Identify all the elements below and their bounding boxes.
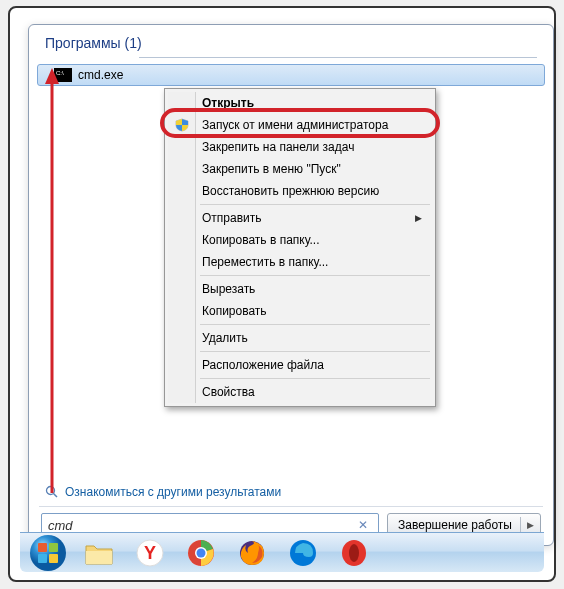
svg-text:C:\: C:\ [56,70,64,76]
taskbar-edge[interactable] [279,536,327,570]
taskbar-chrome[interactable] [177,536,225,570]
clear-search-button[interactable]: ✕ [354,518,372,532]
taskbar-explorer[interactable] [75,536,123,570]
svg-point-3 [47,487,55,495]
taskbar-firefox[interactable] [228,536,276,570]
menu-item-pin-taskbar[interactable]: Закрепить на панели задач [168,136,432,158]
shutdown-label: Завершение работы [398,518,512,532]
context-menu: Открыть Запуск от имени администратора З… [164,88,436,407]
svg-point-18 [197,548,206,557]
svg-point-22 [349,544,359,562]
menu-item-copy[interactable]: Копировать [168,300,432,322]
menu-separator [200,324,430,325]
menu-separator [200,204,430,205]
menu-item-properties[interactable]: Свойства [168,381,432,403]
svg-rect-8 [38,543,47,552]
submenu-arrow-icon: ▶ [415,213,422,223]
result-label: cmd.exe [78,68,123,82]
menu-item-move-to[interactable]: Переместить в папку... [168,251,432,273]
svg-text:Y: Y [144,543,156,563]
search-result-cmd[interactable]: C:\ cmd.exe [37,64,545,86]
menu-separator [200,351,430,352]
section-title: Программы (1) [45,35,142,51]
svg-rect-11 [49,554,58,563]
chevron-right-icon[interactable]: ▶ [527,520,534,530]
menu-separator [200,275,430,276]
svg-rect-10 [38,554,47,563]
menu-item-restore[interactable]: Восстановить прежнюю версию [168,180,432,202]
menu-item-send-to[interactable]: Отправить▶ [168,207,432,229]
taskbar-yandex[interactable]: Y [126,536,174,570]
section-divider [139,57,537,58]
taskbar: Y [20,532,544,572]
menu-item-copy-to[interactable]: Копировать в папку... [168,229,432,251]
menu-item-run-as-admin[interactable]: Запуск от имени администратора [168,114,432,136]
svg-point-7 [30,535,66,571]
uac-shield-icon [174,117,190,133]
menu-item-pin-start[interactable]: Закрепить в меню "Пуск" [168,158,432,180]
cmd-icon: C:\ [54,68,72,82]
more-results-link[interactable]: Ознакомиться с другими результатами [45,485,281,499]
menu-item-delete[interactable]: Удалить [168,327,432,349]
programs-section-header: Программы (1) [29,25,553,55]
menu-item-open[interactable]: Открыть [168,92,432,114]
svg-rect-9 [49,543,58,552]
svg-rect-12 [86,551,112,564]
search-icon [45,485,59,499]
svg-line-4 [54,494,58,498]
taskbar-opera[interactable] [330,536,378,570]
bottom-divider [39,506,543,507]
menu-item-cut[interactable]: Вырезать [168,278,432,300]
shutdown-separator [520,517,521,533]
screenshot-frame: Программы (1) C:\ cmd.exe Ознакомиться с… [8,6,556,582]
menu-separator [200,378,430,379]
more-results-label: Ознакомиться с другими результатами [65,485,281,499]
start-button[interactable] [24,536,72,570]
search-input[interactable] [48,518,354,533]
menu-item-location[interactable]: Расположение файла [168,354,432,376]
